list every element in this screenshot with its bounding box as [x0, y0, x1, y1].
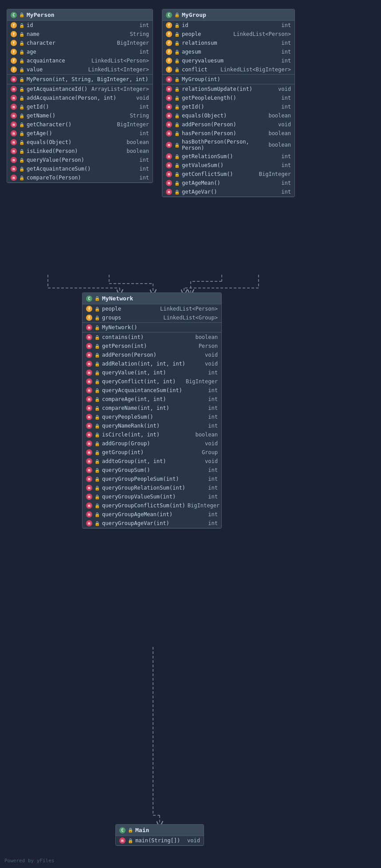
- method-icon: m: [166, 130, 172, 136]
- table-row: m 🔒 queryGroupConflictSum(int) BigIntege…: [82, 501, 221, 510]
- lock-icon: 🔒: [174, 181, 180, 186]
- table-row: m 🔒 equals(Object) boolean: [7, 138, 153, 147]
- field-icon: f: [166, 66, 172, 73]
- lock-icon: 🔒: [174, 163, 180, 168]
- field-name: queryNameRank(int): [102, 423, 206, 429]
- field-name: contains(int): [102, 334, 193, 340]
- main-lock-icon: 🔒: [128, 828, 133, 833]
- method-icon: m: [86, 343, 92, 349]
- field-type: LinkedList<Person>: [91, 58, 149, 64]
- lock-icon: 🔒: [94, 486, 100, 490]
- field-icon: f: [166, 49, 172, 55]
- lock-icon: 🔒: [19, 58, 24, 63]
- lock-icon: 🔒: [174, 50, 180, 54]
- field-type: int: [281, 22, 291, 28]
- field-type: boolean: [126, 148, 149, 154]
- lock-icon: 🔒: [19, 131, 24, 136]
- lock-icon: 🔒: [94, 353, 100, 358]
- table-row: f 🔒 id int: [7, 21, 153, 30]
- method-icon: m: [86, 494, 92, 500]
- myperson-class-icon: C: [11, 12, 17, 18]
- method-icon: m: [11, 86, 17, 92]
- lock-icon: 🔒: [94, 362, 100, 366]
- table-row: m 🔒 addPerson(Person) void: [82, 350, 221, 359]
- method-icon: m: [166, 189, 172, 195]
- field-type: void: [205, 458, 218, 464]
- field-type: int: [208, 520, 218, 526]
- table-row: m 🔒 contains(int) boolean: [82, 333, 221, 342]
- field-type: boolean: [126, 139, 149, 145]
- lock-icon: 🔒: [174, 172, 180, 177]
- table-row: m 🔒 queryGroupAgeMean(int) int: [82, 510, 221, 519]
- method-icon: m: [86, 476, 92, 482]
- lock-icon: 🔒: [174, 113, 180, 118]
- diagram-container: C 🔒 MyPerson f 🔒 id int f 🔒 name String …: [0, 0, 381, 868]
- lock-icon: 🔒: [174, 23, 180, 28]
- field-name: name: [27, 31, 128, 37]
- field-type: boolean: [195, 334, 218, 340]
- field-name: getValueSum(): [182, 162, 279, 168]
- table-row: m 🔒 MyPerson(int, String, BigInteger, in…: [7, 75, 153, 84]
- field-type: int: [139, 49, 149, 55]
- field-icon: f: [11, 49, 17, 55]
- lock-icon: 🔒: [174, 77, 180, 82]
- field-name: queryGroupAgeVar(int): [102, 520, 206, 526]
- lock-icon: 🔒: [174, 154, 180, 159]
- lock-icon: 🔒: [94, 503, 100, 508]
- method-icon: m: [166, 76, 172, 82]
- field-name: getPeopleLength(): [182, 95, 279, 101]
- field-icon: f: [86, 306, 92, 312]
- lock-icon: 🔒: [94, 441, 100, 446]
- table-row: m 🔒 queryPeopleSum() int: [82, 413, 221, 421]
- field-name: relationsum: [182, 40, 279, 46]
- field-name: getAgeVar(): [182, 189, 279, 195]
- field-type: BigInteger: [188, 502, 220, 509]
- lock-icon: 🔒: [19, 67, 24, 72]
- field-type: int: [208, 387, 218, 393]
- mygroup-constructors-section: m 🔒 MyGroup(int): [162, 75, 295, 84]
- lock-icon: 🔒: [19, 105, 24, 109]
- method-icon: m: [166, 86, 172, 92]
- field-type: int: [139, 22, 149, 28]
- field-name: getCharacter(): [27, 121, 115, 128]
- field-icon: f: [11, 58, 17, 64]
- field-name: queryValue(int, int): [102, 370, 206, 376]
- lock-icon: 🔒: [174, 131, 180, 136]
- lock-icon: 🔒: [19, 158, 24, 163]
- lock-icon: 🔒: [19, 149, 24, 154]
- method-icon: m: [11, 148, 17, 154]
- field-type: int: [281, 40, 291, 46]
- field-name: acquaintance: [27, 58, 89, 64]
- field-name: addtoGroup(int, int): [102, 458, 203, 464]
- field-name: isLinked(Person): [27, 148, 124, 154]
- mygroup-fields-section: f 🔒 id int f 🔒 people LinkedList<Person>…: [162, 21, 295, 74]
- field-icon: f: [11, 40, 17, 46]
- lock-icon: 🔒: [19, 113, 24, 118]
- field-type: LinkedList<Person>: [160, 306, 218, 312]
- table-row: m 🔒 queryValue(int, int) int: [82, 368, 221, 377]
- field-name: id: [27, 22, 137, 28]
- method-icon: m: [11, 139, 17, 145]
- field-name: queryGroupPeopleSum(int): [102, 476, 206, 482]
- field-name: MyPerson(int, String, BigInteger, int): [27, 76, 149, 82]
- table-row: f 🔒 value LinkedList<Integer>: [7, 65, 153, 74]
- lock-icon: 🔒: [94, 512, 100, 517]
- table-row: m 🔒 compareName(int, int) int: [82, 404, 221, 413]
- lock-icon: 🔒: [94, 450, 100, 455]
- table-row: m 🔒 queryGroupPeopleSum(int) int: [82, 475, 221, 483]
- myperson-constructors-section: m 🔒 MyPerson(int, String, BigInteger, in…: [7, 75, 153, 84]
- field-name: equals(Object): [182, 113, 266, 119]
- method-icon: m: [86, 405, 92, 411]
- field-name: hasPerson(Person): [182, 130, 266, 136]
- field-type: int: [208, 423, 218, 429]
- table-row: f 🔒 relationsum int: [162, 39, 295, 47]
- field-name: queryvaluesum: [182, 58, 279, 64]
- field-name: queryConflict(int, int): [102, 378, 184, 385]
- mynetwork-methods-section: m 🔒 contains(int) boolean m 🔒 getPerson(…: [82, 333, 221, 528]
- table-row: f 🔒 agesum int: [162, 47, 295, 56]
- method-icon: m: [11, 104, 17, 110]
- lock-icon: 🔒: [19, 175, 24, 180]
- method-icon: m: [11, 95, 17, 101]
- lock-icon: 🔒: [174, 190, 180, 195]
- mynetwork-lock-icon: 🔒: [94, 296, 100, 301]
